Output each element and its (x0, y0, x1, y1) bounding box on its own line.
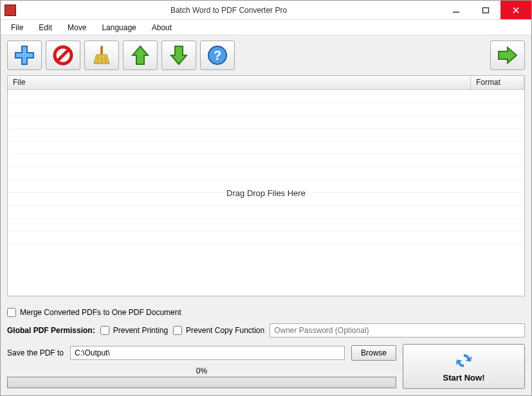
menu-file[interactable]: File (3, 21, 31, 34)
start-button[interactable]: Start Now! (403, 344, 525, 389)
forbid-icon (51, 44, 75, 67)
toolbar: ? (7, 40, 525, 70)
drop-hint: Drag Drop Files Here (226, 188, 306, 198)
content-area: ? File Format Drag Drop Files Here (1, 35, 531, 395)
help-button[interactable]: ? (200, 40, 235, 70)
file-list-rows[interactable]: Drag Drop Files Here (8, 90, 524, 296)
arrow-down-icon (167, 44, 190, 67)
prevent-copy-input[interactable] (173, 326, 182, 335)
prevent-printing-input[interactable] (100, 326, 109, 335)
remove-button[interactable] (46, 40, 80, 70)
minimize-button[interactable] (441, 1, 471, 19)
app-window: Batch Word to PDF Converter Pro File Edi… (0, 0, 532, 396)
arrow-right-icon (496, 44, 519, 67)
start-label: Start Now! (443, 373, 485, 382)
titlebar: Batch Word to PDF Converter Pro (1, 1, 531, 20)
broom-icon (90, 44, 113, 67)
save-to-label: Save the PDF to (7, 348, 64, 357)
arrow-up-icon (129, 44, 152, 67)
maximize-button[interactable] (471, 1, 500, 19)
prevent-printing-checkbox[interactable]: Prevent Printing (100, 326, 168, 335)
menu-move[interactable]: Move (60, 21, 94, 34)
progress-bar (7, 377, 396, 388)
add-button[interactable] (7, 40, 42, 70)
menubar: File Edit Move Language About (1, 20, 531, 35)
menu-language[interactable]: Language (94, 21, 143, 34)
help-icon: ? (206, 44, 229, 67)
menu-edit[interactable]: Edit (31, 21, 60, 34)
merge-row: Merge Converted PDFs to One PDF Document (7, 308, 525, 317)
maximize-icon (482, 6, 490, 14)
window-title: Batch Word to PDF Converter Pro (16, 6, 441, 15)
output-left: Save the PDF to (7, 346, 345, 360)
merge-checkbox[interactable]: Merge Converted PDFs to One PDF Document (7, 308, 181, 317)
file-list-header: File Format (8, 76, 524, 90)
app-icon (5, 4, 16, 16)
svg-rect-6 (100, 46, 103, 55)
toolbar-spacer (239, 40, 486, 70)
refresh-icon (454, 351, 473, 370)
progress-area: 0% (7, 366, 396, 388)
permission-label: Global PDF Permission: (7, 326, 95, 335)
merge-checkbox-input[interactable] (7, 308, 16, 317)
move-down-button[interactable] (161, 40, 196, 70)
minimize-icon (452, 6, 460, 14)
close-button[interactable] (500, 1, 531, 19)
window-controls (441, 1, 531, 19)
close-icon (512, 6, 520, 14)
prevent-copy-checkbox[interactable]: Prevent Copy Function (173, 326, 264, 335)
menu-about[interactable]: About (144, 21, 179, 34)
owner-password-input[interactable] (270, 323, 525, 338)
clear-button[interactable] (84, 40, 119, 70)
prevent-printing-label: Prevent Printing (113, 326, 168, 335)
output-path-input[interactable] (70, 346, 345, 360)
svg-rect-1 (483, 8, 489, 13)
next-button[interactable] (490, 40, 525, 70)
browse-button[interactable]: Browse (351, 345, 396, 361)
column-format[interactable]: Format (471, 76, 524, 89)
options-area: Merge Converted PDFs to One PDF Document… (7, 302, 525, 389)
plus-icon (13, 44, 36, 67)
move-up-button[interactable] (123, 40, 158, 70)
svg-text:?: ? (214, 48, 221, 62)
merge-label: Merge Converted PDFs to One PDF Document (20, 308, 181, 317)
column-file[interactable]: File (8, 76, 471, 89)
permission-row: Global PDF Permission: Prevent Printing … (7, 323, 525, 338)
prevent-copy-label: Prevent Copy Function (186, 326, 264, 335)
output-row: Save the PDF to Browse Start Now! 0% (7, 344, 525, 389)
file-list-panel[interactable]: File Format Drag Drop Files Here (7, 75, 525, 296)
progress-text: 0% (196, 366, 207, 375)
